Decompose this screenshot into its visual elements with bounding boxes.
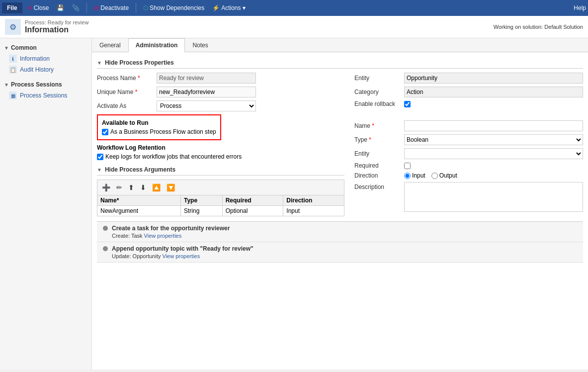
workflow-log-title: Workflow Log Retention	[97, 144, 344, 151]
spacer	[354, 110, 583, 120]
activate-as-row: Activate As Process	[97, 100, 344, 111]
form-two-col: Process Name Unique Name Activate As Pro…	[97, 73, 583, 216]
hide-process-properties-header[interactable]: ▼ Hide Process Properties	[97, 57, 583, 69]
workflow-log-checkbox-row: Keep logs for workflow jobs that encount…	[97, 153, 344, 160]
available-checkbox-label: As a Business Process Flow action step	[110, 128, 216, 135]
process-name-input[interactable]	[157, 73, 256, 84]
move-up-button[interactable]: ⬆	[126, 182, 137, 193]
actions-button[interactable]: ⚡ Actions ▾	[209, 3, 249, 12]
table-row[interactable]: NewArgument String Optional Input	[97, 206, 344, 216]
separator2	[136, 3, 136, 13]
arg-entity-label: Entity	[354, 150, 404, 157]
left-column: Process Name Unique Name Activate As Pro…	[97, 73, 344, 216]
arg-required: Optional	[222, 206, 283, 216]
direction-input-radio[interactable]	[404, 173, 411, 179]
process-name-label: Process Name	[97, 75, 157, 82]
add-arg-button[interactable]: ➕	[99, 182, 113, 193]
available-to-run-title: Available to Run	[102, 119, 216, 126]
step-2-view-properties[interactable]: View properties	[163, 253, 200, 259]
header-subtitle: Process: Ready for review	[25, 19, 88, 25]
arg-type: String	[180, 206, 222, 216]
edit-arg-button[interactable]: ✏	[114, 182, 125, 193]
workflow-log-section: Workflow Log Retention Keep logs for wor…	[97, 144, 344, 160]
direction-output-option[interactable]: Output	[431, 172, 457, 179]
save-icon-button[interactable]: 💾	[54, 3, 67, 12]
arg-required-checkbox[interactable]	[404, 163, 411, 169]
arguments-section: ➕ ✏ ⬆ ⬇ 🔼 🔽 Name* Type	[97, 180, 344, 216]
step-1-dot	[103, 226, 108, 231]
attach-button[interactable]: 📎	[69, 3, 83, 12]
entity-input	[404, 73, 583, 84]
direction-input-option[interactable]: Input	[404, 172, 425, 179]
close-button[interactable]: ✕ Close	[24, 3, 52, 12]
step-1-view-properties[interactable]: View properties	[144, 233, 182, 239]
activate-as-select[interactable]: Process	[157, 100, 256, 111]
tab-bar: General Administration Notes	[92, 38, 588, 52]
arg-direction-row: Direction Input Output	[354, 172, 583, 179]
sidebar-section-process-sessions: ▼ Process Sessions	[0, 79, 91, 90]
activate-as-label: Activate As	[97, 102, 157, 109]
entity-row: Entity	[354, 73, 583, 84]
steps-area: Create a task for the opportunity review…	[97, 221, 583, 263]
hide-process-arguments-header[interactable]: ▼ Hide Process Arguments	[97, 164, 344, 176]
hide-props-arrow-icon: ▼	[97, 60, 102, 66]
arg-direction: Input	[283, 206, 344, 216]
content-area: General Administration Notes ▼ Hide Proc…	[92, 38, 588, 370]
step-1-header: Create a task for the opportunity review…	[103, 225, 577, 232]
workflow-log-label: Keep logs for workflow jobs that encount…	[105, 153, 242, 160]
help-link[interactable]: Help	[574, 4, 586, 11]
entity-label: Entity	[354, 75, 404, 82]
available-checkbox[interactable]	[102, 129, 108, 135]
step-2-dot	[103, 246, 108, 251]
sidebar-item-information[interactable]: ℹ Information	[0, 53, 91, 64]
arg-name-row: Name	[354, 120, 583, 131]
enable-rollback-checkbox[interactable]	[404, 101, 411, 107]
col-required: Required	[222, 195, 283, 206]
available-checkbox-row: As a Business Process Flow action step	[102, 128, 216, 135]
arg-description-row: Description	[354, 182, 583, 212]
sort-asc-button[interactable]: 🔼	[150, 182, 163, 193]
category-label: Category	[354, 89, 404, 95]
category-row: Category	[354, 87, 583, 97]
col-type: Type	[180, 195, 222, 206]
save-icon: 💾	[57, 4, 64, 11]
arg-description-label: Description	[354, 182, 404, 190]
tab-notes[interactable]: Notes	[185, 38, 215, 52]
deactivate-icon: ⊘	[94, 4, 99, 11]
toolbar: File ✕ Close 💾 📎 ⊘ Deactivate ⬡ Show Dep…	[0, 0, 588, 16]
arg-name-field[interactable]	[404, 120, 583, 131]
process-sessions-icon: ▦	[9, 92, 17, 99]
move-down-button[interactable]: ⬇	[138, 182, 149, 193]
category-input	[404, 87, 583, 97]
separator1	[86, 3, 87, 13]
arg-direction-label: Direction	[354, 172, 404, 179]
hide-args-arrow-icon: ▼	[97, 167, 102, 173]
direction-output-radio[interactable]	[431, 173, 438, 179]
attach-icon: 📎	[72, 4, 80, 11]
unique-name-input[interactable]	[157, 87, 256, 97]
header-title: Information	[25, 25, 88, 34]
process-sessions-arrow-icon: ▼	[4, 82, 9, 88]
sidebar-item-process-sessions[interactable]: ▦ Process Sessions	[0, 90, 91, 101]
file-button[interactable]: File	[2, 2, 22, 13]
arg-type-row: Type Boolean String Integer	[354, 134, 583, 145]
step-2-meta: Update: Opportunity View properties	[103, 253, 577, 259]
sort-desc-button[interactable]: 🔽	[164, 182, 177, 193]
header-icon: ⚙	[5, 19, 21, 35]
sidebar-item-audit-history[interactable]: 📋 Audit History	[0, 64, 91, 75]
common-arrow-icon: ▼	[4, 45, 9, 51]
arg-name: NewArgument	[97, 206, 181, 216]
audit-icon: 📋	[9, 66, 17, 74]
close-icon: ✕	[27, 4, 32, 11]
deactivate-button[interactable]: ⊘ Deactivate	[91, 3, 132, 12]
arg-type-select[interactable]: Boolean String Integer	[404, 134, 583, 145]
show-dependencies-button[interactable]: ⬡ Show Dependencies	[140, 3, 207, 12]
col-name: Name*	[97, 195, 181, 206]
dependencies-icon: ⬡	[143, 4, 148, 11]
workflow-log-checkbox[interactable]	[97, 154, 103, 160]
step-2-title: Append opportunity topic with "Ready for…	[112, 245, 577, 252]
tab-general[interactable]: General	[92, 38, 128, 52]
arg-description-textarea[interactable]	[404, 182, 583, 212]
arg-entity-select[interactable]	[404, 148, 583, 159]
tab-administration[interactable]: Administration	[128, 38, 185, 52]
